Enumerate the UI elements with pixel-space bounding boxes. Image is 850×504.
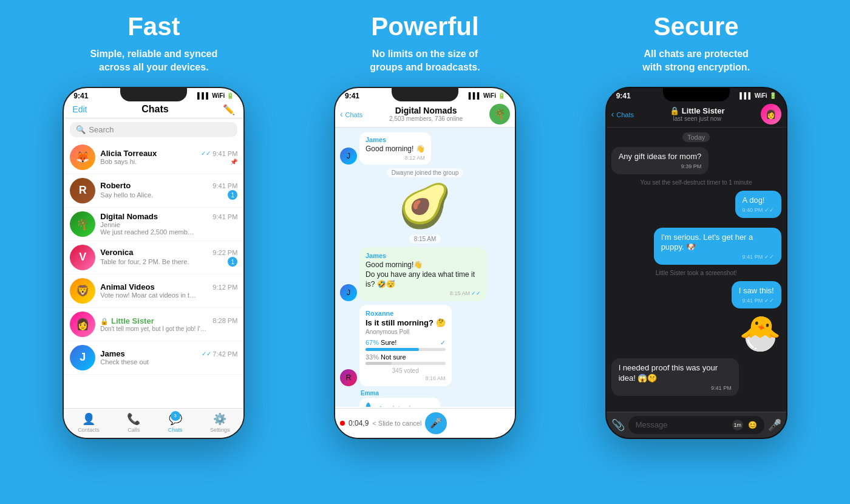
- secure-title: Secure: [654, 12, 739, 41]
- chat-name-row: Alicia Torreaux ✓✓ 9:41 PM: [100, 149, 237, 158]
- double-check-icon: ✓✓: [201, 150, 211, 157]
- tab-contacts[interactable]: 👤 Contacts: [78, 412, 100, 433]
- search-bar[interactable]: 🔍 Search: [70, 122, 237, 137]
- tab-calls[interactable]: 📞 Calls: [127, 412, 140, 433]
- signal-icon: ▌▌▌: [469, 92, 481, 99]
- group-messages: J James Good morning! 👋 8:12 AM Dwayne j…: [335, 128, 515, 407]
- battery-icon: 🔋: [498, 92, 505, 99]
- chat-name: Roberto: [100, 181, 131, 190]
- chat-time: 7:42 PM: [212, 350, 237, 358]
- sticker-message: 🐣: [739, 313, 781, 353]
- message-time: 9:41 PM ✓✓: [661, 254, 774, 260]
- back-button[interactable]: ‹ Chats: [340, 109, 362, 119]
- chats-title: Chats: [141, 104, 168, 115]
- calls-icon: 📞: [127, 412, 140, 426]
- settings-icon: ⚙️: [213, 412, 226, 426]
- wave-bar: [393, 406, 394, 407]
- message-bubble: James Good morning! 👋 8:12 AM: [359, 132, 431, 165]
- column-secure: Secure All chats are protectedwith stron…: [569, 12, 824, 439]
- avatar: 👩: [70, 312, 95, 337]
- avatar: R: [70, 178, 95, 203]
- wifi-icon: WiFi: [755, 92, 767, 99]
- status-time-2: 9:41: [345, 92, 359, 100]
- battery-icon: 🔋: [769, 92, 777, 99]
- message-time: 9:41 PM: [619, 385, 732, 391]
- dark-input-bar: 📎 Message 1m 😊 🎤: [607, 412, 786, 438]
- fast-title: Fast: [127, 12, 180, 41]
- message-time: 8:15 AM: [450, 290, 470, 296]
- timer-icon[interactable]: 1m: [732, 420, 743, 431]
- slide-cancel: < Slide to cancel: [372, 420, 421, 427]
- message-text: I'm serious. Let's get her a puppy. 🐶: [661, 233, 774, 253]
- dark-back-button[interactable]: ‹ Chats: [611, 109, 634, 119]
- message-sender: James: [365, 252, 481, 259]
- double-check-icon: ✓✓: [202, 350, 211, 357]
- contacts-icon: 👤: [82, 412, 95, 426]
- list-item[interactable]: R Roberto 9:41 PM Say hello to Alice. 1: [64, 174, 243, 208]
- group-name: Digital Nomads: [366, 106, 486, 115]
- notch-2: [392, 88, 458, 101]
- chat-preview: Vote now! Moar cat videos in this channe…: [100, 291, 197, 299]
- sent-message: I'm serious. Let's get her a puppy. 🐶 9:…: [654, 228, 781, 265]
- mic-icon[interactable]: 🎤: [768, 418, 781, 432]
- dark-chat-header: ‹ Chats 🔒 Little Sister last seen just n…: [607, 101, 786, 128]
- message-avatar: R: [340, 369, 357, 386]
- group-sub: 2,503 members, 736 online: [366, 115, 486, 122]
- list-item[interactable]: 🦁 Animal Videos 9:12 PM Vote now! Moar c…: [64, 274, 243, 308]
- message-row: J James Good morning!👋Do you have any id…: [340, 247, 510, 301]
- chat-name: 🔒 Little Sister: [100, 316, 154, 325]
- dark-contact-name: 🔒 Little Sister: [638, 106, 757, 115]
- play-button[interactable]: ▶: [365, 403, 371, 407]
- status-icons-3: ▌▌▌ WiFi 🔋: [739, 92, 776, 99]
- chat-preview-row: Jennie: [100, 221, 237, 228]
- chat-time: 9:22 PM: [212, 249, 237, 256]
- chat-preview-row2: We just reached 2,500 members! WOO!: [100, 228, 237, 236]
- poll-question: Is it still morning? 🤔: [365, 318, 446, 327]
- chat-preview: Check these out: [100, 358, 149, 366]
- message-time-row: 8:15 AM ✓✓: [365, 290, 481, 296]
- list-item[interactable]: 👩 🔒 Little Sister 8:28 PM Don't tell mom…: [64, 308, 243, 341]
- message-time-row: 8:16 AM: [365, 375, 446, 381]
- time-label: 8:15 AM: [409, 234, 441, 243]
- chat-info: Veronica 9:22 PM Table for four, 2 PM. B…: [100, 248, 237, 267]
- read-check: ✓✓: [471, 290, 481, 296]
- compose-icon[interactable]: ✏️: [223, 104, 235, 115]
- mic-button[interactable]: 🎤: [425, 412, 447, 434]
- chat-name-row: James ✓✓ 7:42 PM: [100, 349, 237, 358]
- sent-message: A dog! 9:40 PM ✓✓: [735, 191, 781, 218]
- poll-bar-bg: [365, 348, 446, 351]
- input-actions: 1m 😊: [732, 420, 757, 431]
- lock-icon: 🔒: [100, 318, 109, 325]
- chat-time: 8:28 PM: [212, 317, 237, 324]
- chat-info: Roberto 9:41 PM Say hello to Alice. 1: [100, 181, 237, 200]
- poll-bar-fill: [365, 348, 419, 351]
- attachment-icon[interactable]: 📎: [611, 418, 625, 432]
- emoji-icon[interactable]: 😊: [748, 421, 757, 429]
- message-text: I needed proof this was your idea! 😱🤫: [619, 363, 732, 384]
- message-avatar: J: [340, 148, 357, 165]
- wifi-icon: WiFi: [212, 92, 225, 99]
- chat-preview-sender: Jennie: [100, 221, 120, 228]
- tab-chats[interactable]: 💬 Chats 3: [168, 412, 183, 433]
- chat-preview: Table for four, 2 PM. Be there.: [100, 258, 189, 265]
- edit-button[interactable]: Edit: [72, 104, 87, 114]
- system-message: You set the self-destruct timer to 1 min…: [641, 179, 752, 186]
- unread-badge: 1: [228, 257, 237, 267]
- list-item[interactable]: 🦊 Alicia Torreaux ✓✓ 9:41 PM Bob says hi…: [64, 141, 243, 174]
- tab-settings[interactable]: ⚙️ Settings: [210, 412, 230, 433]
- signal-icon: ▌▌▌: [739, 92, 752, 99]
- sent-message: I saw this! 9:41 PM ✓✓: [732, 281, 781, 308]
- signal-icon: ▌▌▌: [197, 92, 210, 99]
- tab-label: Chats: [168, 427, 183, 433]
- message-text: A dog!: [743, 196, 774, 206]
- dark-message-input[interactable]: Message 1m 😊: [628, 416, 764, 434]
- avatar: J: [70, 345, 95, 370]
- chat-preview-row: Check these out: [100, 358, 237, 366]
- list-item[interactable]: V Veronica 9:22 PM Table for four, 2 PM.…: [64, 241, 243, 274]
- list-item[interactable]: 🌴 Digital Nomads 9:41 PM Jennie We just …: [64, 208, 243, 241]
- message-row: E Emma ▶: [340, 390, 510, 407]
- avatar: 🌴: [70, 211, 95, 237]
- column-fast: Fast Simple, reliable and syncedacross a…: [26, 12, 281, 439]
- message-time: 8:17 AM: [429, 406, 440, 407]
- list-item[interactable]: J James ✓✓ 7:42 PM Check these out: [64, 341, 243, 375]
